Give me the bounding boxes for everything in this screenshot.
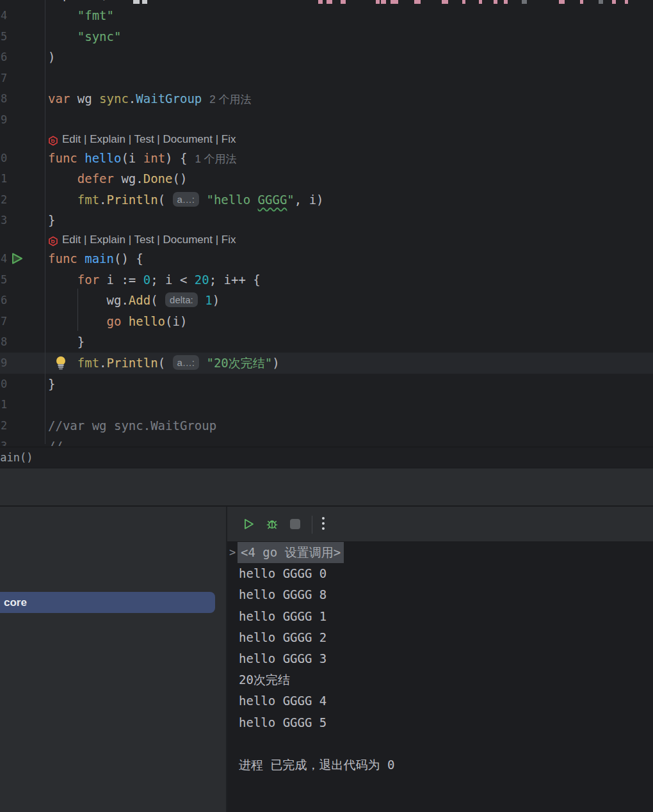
console-line: 20次完结 — [227, 669, 653, 690]
line-number: 6 — [1, 47, 7, 68]
code-lens-actions[interactable]: Edit | Explain | Test | Document | Fix — [62, 131, 236, 148]
token-txt — [48, 171, 77, 186]
code-lens-actions[interactable]: Edit | Explain | Test | Document | Fix — [62, 231, 236, 248]
line-number: 2 — [1, 415, 7, 436]
stop-button[interactable] — [289, 518, 303, 532]
line-number: 4 — [1, 248, 7, 269]
token-num: 20 — [195, 273, 209, 287]
play-icon — [241, 517, 255, 531]
code-line: 4func main() { — [0, 248, 653, 269]
token-txt: } — [48, 213, 55, 227]
run-configurations-panel[interactable]: core — [0, 507, 226, 812]
token-hint: 1 个用法 — [195, 153, 236, 165]
token-cmt: //var wg sync.WaitGroup — [48, 418, 216, 433]
clipped-text-fragment — [442, 0, 448, 4]
code-editor[interactable]: import ( 4 "fmt"5 "sync"6)78var wg sync.… — [0, 0, 653, 446]
console-line: hello GGGG 0 — [227, 563, 653, 584]
toolbar-separator — [312, 516, 312, 534]
clipped-text-fragment — [326, 0, 332, 4]
code-line: 1 defer wg.Done() — [0, 168, 653, 189]
ide-window: { "editor": { "clipped_top_line": "impor… — [0, 0, 653, 812]
token-kw: func — [48, 251, 77, 266]
token-sq: GGGG — [258, 193, 287, 207]
token-fn: main — [85, 251, 114, 266]
code-text: go hello(i) — [48, 311, 187, 332]
clipped-text-fragment — [318, 0, 323, 4]
code-line: 5 for i := 0; i < 20; i++ { — [0, 269, 653, 291]
token-txt: (i) — [165, 314, 187, 328]
code-line: 3// — [0, 436, 653, 446]
token-txt — [198, 293, 205, 307]
console-line — [227, 733, 653, 754]
token-num: 1 — [205, 293, 212, 307]
code-text: wg.Add( delta: 1) — [48, 290, 220, 311]
token-kw: int — [143, 151, 165, 165]
token-txt: } — [48, 335, 85, 349]
parameter-hint-chip: a…: — [173, 192, 200, 207]
token-txt — [48, 29, 77, 44]
code-line: 1 — [0, 394, 653, 415]
token-txt — [199, 193, 206, 207]
run-console-output[interactable]: ><4 go 设置调用>hello GGGG 0hello GGGG 8hell… — [227, 541, 653, 812]
run-main-gutter-icon[interactable] — [10, 251, 24, 266]
more-options-button[interactable] — [321, 515, 335, 529]
stop-icon — [289, 518, 301, 530]
token-txt: } — [48, 377, 55, 391]
code-text: fmt.Println( a…: "20次完结") — [48, 353, 280, 374]
ai-assistant-lens-icon — [48, 134, 58, 144]
console-line: hello GGGG 8 — [227, 584, 653, 605]
fold-chevron-icon[interactable]: > — [229, 542, 236, 563]
code-line: 9 — [0, 109, 653, 131]
code-text: ) — [48, 47, 55, 68]
debug-button[interactable] — [265, 517, 279, 531]
selected-run-config[interactable]: core — [0, 592, 215, 613]
clipped-text-fragment — [341, 0, 346, 4]
console-text: hello GGGG 2 — [239, 627, 326, 648]
clipped-text-fragment — [494, 0, 497, 4]
code-line: 8 } — [0, 331, 653, 353]
clipped-text-fragment — [612, 0, 616, 4]
line-number: 9 — [1, 353, 7, 374]
run-tool-window: core ><4 g — [0, 506, 653, 812]
bug-icon — [265, 517, 279, 531]
code-text: func main() { — [48, 248, 143, 269]
token-txt: ( — [158, 193, 173, 207]
token-txt: wg — [70, 92, 99, 106]
breadcrumb-bar[interactable]: main() — [0, 447, 653, 468]
token-pkg: fmt — [77, 193, 99, 207]
rerun-button[interactable] — [241, 517, 255, 531]
console-toolbar — [227, 507, 653, 541]
token-str: "fmt" — [77, 8, 114, 22]
line-number: 3 — [1, 210, 7, 231]
clipped-text-fragment — [391, 0, 398, 4]
line-number: 1 — [1, 168, 7, 189]
code-text: var wg sync.WaitGroup2 个用法 — [48, 88, 251, 111]
run-config-label: core — [0, 592, 215, 613]
console-line: hello GGGG 5 — [227, 712, 653, 733]
token-txt — [48, 8, 77, 22]
token-txt: () { — [114, 251, 143, 266]
token-pkg: sync — [99, 92, 129, 106]
console-text: 进程 已完成，退出代码为 0 — [239, 754, 394, 776]
clipped-import-line: import ( — [48, 0, 240, 4]
token-kw: for — [77, 273, 99, 287]
tool-window-header-band — [0, 468, 653, 506]
code-text: for i := 0; i < 20; i++ { — [48, 269, 261, 291]
clipped-text-fragment — [414, 0, 421, 4]
code-line: 9 fmt.Println( a…: "20次完结") — [0, 353, 653, 374]
console-line: hello GGGG 4 — [227, 690, 653, 712]
line-number: 2 — [1, 189, 7, 211]
token-str: "hello — [206, 193, 257, 207]
kebab-menu-icon — [321, 515, 326, 533]
console-line: hello GGGG 3 — [227, 648, 653, 669]
token-txt: ; i++ { — [209, 273, 261, 287]
code-line: 5 "sync" — [0, 26, 653, 47]
token-txt: () — [173, 171, 188, 186]
token-pkg: fmt — [77, 356, 99, 370]
code-text: //var wg sync.WaitGroup — [48, 415, 216, 436]
breadcrumb-main[interactable]: main() — [0, 447, 33, 468]
token-txt: wg. — [114, 171, 143, 186]
token-txt — [77, 151, 85, 165]
code-text: "sync" — [48, 26, 121, 47]
code-line: 6) — [0, 47, 653, 68]
